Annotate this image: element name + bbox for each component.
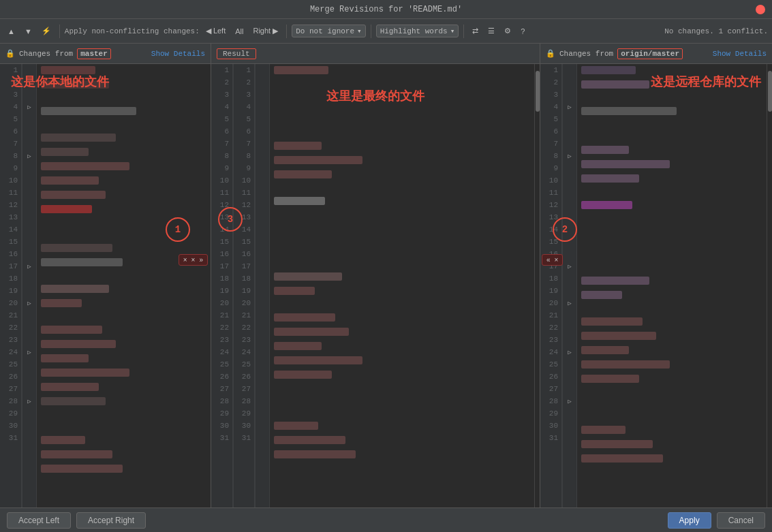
gutter-marker — [22, 211, 36, 223]
gutter-marker — [563, 236, 576, 248]
code-line — [270, 463, 534, 475]
line-number: 19 — [540, 285, 561, 297]
result-tab[interactable]: Result — [217, 48, 256, 59]
code-content-blur — [274, 450, 356, 458]
left-gutter: ▷▷▷▷▷▷ — [22, 64, 37, 507]
apply-all-button[interactable]: All — [232, 26, 247, 37]
code-line — [37, 107, 211, 119]
code-line — [270, 371, 534, 383]
code-content-blur — [581, 277, 649, 285]
code-content-blur — [41, 285, 109, 293]
gutter-marker — [256, 150, 269, 162]
code-line — [270, 342, 534, 354]
left-show-details-link[interactable]: Show Details — [151, 50, 205, 58]
line-number: 21 — [211, 309, 232, 322]
apply-left-button[interactable]: ◀ Left — [202, 25, 229, 37]
code-line — [37, 436, 211, 448]
code-line — [577, 238, 767, 250]
left-conflict-btn-x2[interactable]: × — [190, 255, 197, 264]
code-line — [37, 217, 211, 230]
code-content-blur — [274, 66, 328, 74]
line-number: 1 — [540, 64, 561, 76]
code-line — [37, 162, 211, 174]
code-line — [577, 360, 767, 373]
gutter-marker — [256, 236, 269, 248]
gutter-marker — [563, 125, 576, 138]
line-number: 7 — [211, 138, 232, 150]
right-show-details-link[interactable]: Show Details — [713, 50, 767, 58]
line-number: 7 — [0, 138, 21, 150]
line-number: 9 — [0, 162, 21, 174]
code-content-blur — [274, 142, 322, 150]
line-number: 14 — [211, 223, 232, 236]
code-content-blur — [581, 317, 643, 326]
line-number: 10 — [211, 174, 232, 187]
settings-button[interactable]: ⚙ — [501, 25, 514, 37]
right-scroll-indicator[interactable] — [767, 64, 772, 507]
highlight-words-dropdown[interactable]: Highlight words ▾ — [376, 25, 459, 37]
code-line — [577, 346, 767, 358]
center-code-area[interactable] — [270, 64, 534, 507]
do-not-ignore-dropdown[interactable]: Do not ignore ▾ — [292, 25, 365, 37]
code-content-blur — [41, 450, 112, 458]
line-number: 18 — [0, 272, 21, 285]
apply-button[interactable]: Apply — [668, 512, 711, 529]
line-number: 24 — [540, 346, 561, 358]
line-number: 12 — [0, 199, 21, 211]
code-content-blur — [274, 272, 342, 281]
code-line — [270, 221, 534, 234]
cancel-button[interactable]: Cancel — [717, 512, 765, 529]
code-content-blur — [41, 299, 82, 307]
right-code-area[interactable] — [577, 64, 767, 507]
columns-icon-button[interactable]: ☰ — [484, 25, 498, 37]
left-conflict-btn-x[interactable]: × — [182, 255, 189, 264]
gutter-marker — [563, 187, 576, 199]
code-content-blur — [581, 66, 636, 74]
line-number: 11 — [540, 187, 561, 199]
right-scroll-thumb — [768, 71, 772, 112]
line-number: 8 — [0, 150, 21, 162]
accept-right-button[interactable]: Accept Right — [76, 512, 146, 529]
apply-label: Apply non-conflicting changes: — [65, 27, 200, 35]
right-conflict-btn-arrow[interactable]: « — [545, 255, 552, 264]
gutter-marker — [256, 432, 269, 444]
separator-1 — [59, 25, 60, 38]
left-code-area[interactable] — [37, 64, 211, 507]
code-line — [37, 397, 211, 409]
gutter-marker — [22, 407, 36, 420]
code-content-blur — [41, 205, 92, 213]
prev-change-button[interactable]: ▲ — [4, 26, 18, 37]
code-content-blur — [581, 146, 629, 154]
center-scroll-indicator[interactable] — [534, 64, 540, 507]
help-button[interactable]: ? — [517, 26, 528, 37]
line-number: 14 — [0, 223, 21, 236]
center-line-numbers-left: 1234567891011121314151617181920212223242… — [211, 64, 233, 507]
right-conflict-btn-x[interactable]: × — [553, 255, 560, 264]
left-conflict-btn-arrow[interactable]: » — [198, 255, 204, 264]
code-content-blur — [581, 440, 653, 448]
apply-right-button[interactable]: Right ▶ — [249, 25, 281, 37]
line-number: 28 — [0, 395, 21, 407]
gutter-marker: ▷ — [22, 260, 36, 272]
gutter-marker — [22, 162, 36, 174]
magic-button[interactable]: ⚡ — [38, 25, 55, 37]
code-line — [270, 246, 534, 258]
gutter-marker: ▷ — [22, 150, 36, 162]
right-lock-icon: 🔒 — [546, 49, 555, 58]
line-number: 26 — [234, 371, 254, 383]
close-button[interactable] — [756, 5, 765, 14]
code-line — [270, 78, 534, 91]
code-line — [37, 383, 211, 395]
gutter-marker — [22, 420, 36, 432]
accept-left-button[interactable]: Accept Left — [7, 512, 71, 529]
code-line — [577, 119, 767, 131]
diff-icon-button[interactable]: ⇄ — [469, 25, 482, 37]
line-number: 22 — [0, 322, 21, 334]
left-changes-from-label: Changes from — [19, 50, 73, 58]
next-change-button[interactable]: ▼ — [21, 26, 35, 37]
code-content-blur — [274, 313, 335, 322]
gutter-marker — [563, 89, 576, 101]
line-number: 13 — [234, 211, 254, 223]
code-content-blur — [581, 80, 649, 89]
gutter-marker — [563, 383, 576, 395]
